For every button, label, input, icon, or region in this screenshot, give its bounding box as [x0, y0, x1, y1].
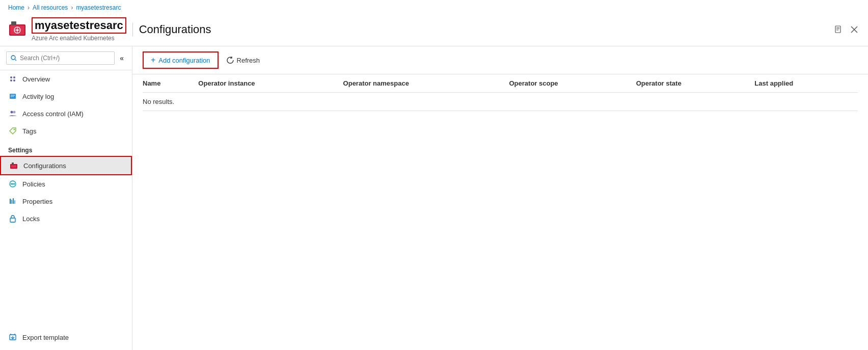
sidebar-item-overview[interactable]: Overview	[0, 70, 132, 88]
sidebar-item-overview-label: Overview	[22, 75, 50, 83]
resource-name: myasetestresarc	[35, 19, 123, 32]
sidebar-item-export-template-label: Export template	[22, 334, 69, 341]
col-last-applied: Last applied	[754, 74, 858, 93]
svg-point-17	[10, 79, 12, 82]
content-panel: + Add configuration Refresh Name Operato…	[132, 46, 868, 350]
col-operator-instance: Operator instance	[198, 74, 343, 93]
toolbar: + Add configuration Refresh	[132, 46, 868, 74]
add-configuration-label: Add configuration	[158, 57, 210, 64]
header-text: myasetestresarc Azure Arc enabled Kubern…	[32, 17, 126, 42]
svg-point-32	[14, 183, 15, 185]
properties-icon	[8, 197, 17, 206]
sidebar-item-export-template[interactable]: Export template	[0, 329, 132, 346]
sidebar-item-locks[interactable]: Locks	[0, 210, 132, 227]
access-control-icon	[8, 109, 17, 118]
configurations-table: Name Operator instance Operator namespac…	[143, 74, 858, 111]
add-icon: +	[151, 56, 155, 65]
search-input[interactable]	[20, 55, 110, 62]
sidebar-item-tags-label: Tags	[22, 127, 36, 135]
sidebar-item-properties-label: Properties	[22, 198, 52, 205]
search-area: «	[0, 46, 132, 70]
header-actions	[832, 23, 860, 36]
no-results-text: No results.	[143, 93, 858, 111]
search-input-wrapper[interactable]	[6, 51, 115, 65]
resource-name-box: myasetestresarc	[32, 17, 126, 34]
locks-icon	[8, 214, 17, 223]
table-body: No results.	[143, 93, 858, 111]
export-template-icon	[8, 333, 17, 342]
svg-point-18	[13, 79, 15, 82]
sidebar-item-policies-label: Policies	[22, 180, 45, 188]
add-configuration-button[interactable]: + Add configuration	[143, 51, 219, 69]
breadcrumb-home[interactable]: Home	[8, 4, 24, 11]
breadcrumb-resource[interactable]: myasetestresarc	[76, 4, 121, 11]
svg-rect-2	[11, 21, 16, 25]
svg-rect-7	[835, 26, 840, 33]
sidebar-item-activity-log[interactable]: Activity log	[0, 88, 132, 105]
sidebar-item-locks-label: Locks	[22, 215, 40, 223]
close-icon	[851, 26, 858, 33]
svg-rect-33	[10, 199, 11, 204]
document-icon-button[interactable]	[832, 23, 845, 36]
overview-icon	[8, 74, 17, 84]
activity-log-icon	[8, 92, 17, 101]
document-icon	[834, 25, 843, 34]
svg-marker-24	[10, 128, 16, 134]
breadcrumb-all-resources[interactable]: All resources	[33, 4, 68, 11]
refresh-label: Refresh	[237, 57, 260, 64]
svg-rect-28	[12, 163, 14, 165]
collapse-sidebar-button[interactable]: «	[118, 53, 126, 63]
svg-point-31	[12, 183, 14, 185]
tags-icon	[8, 126, 17, 136]
svg-rect-35	[13, 198, 14, 204]
svg-line-14	[15, 60, 17, 61]
arc-kubernetes-icon	[8, 20, 26, 39]
sidebar-item-access-control-label: Access control (IAM)	[22, 110, 84, 118]
table-container: Name Operator instance Operator namespac…	[132, 74, 868, 350]
sidebar-item-configurations-label: Configurations	[23, 162, 66, 170]
col-name: Name	[143, 74, 198, 93]
resource-type: Azure Arc enabled Kubernetes	[32, 35, 126, 42]
table-header: Name Operator instance Operator namespac…	[143, 74, 858, 93]
sidebar-item-configurations[interactable]: Configurations	[0, 156, 132, 175]
col-operator-namespace: Operator namespace	[343, 74, 509, 93]
policies-icon	[8, 179, 17, 189]
svg-point-16	[13, 76, 15, 78]
settings-section-label: Settings	[0, 140, 132, 156]
svg-point-15	[10, 76, 12, 78]
svg-point-13	[11, 56, 15, 60]
configurations-icon	[9, 161, 18, 170]
svg-point-25	[14, 129, 15, 130]
page-title: Configurations	[132, 23, 211, 36]
svg-point-30	[11, 183, 12, 185]
col-operator-state: Operator state	[636, 74, 755, 93]
sidebar-item-properties[interactable]: Properties	[0, 193, 132, 210]
sidebar-item-tags[interactable]: Tags	[0, 122, 132, 140]
svg-point-23	[13, 111, 16, 114]
page-header: myasetestresarc Azure Arc enabled Kubern…	[0, 15, 868, 46]
sidebar-item-activity-log-label: Activity log	[22, 93, 54, 100]
breadcrumb: Home › All resources › myasetestresarc	[0, 0, 868, 15]
svg-rect-27	[11, 165, 16, 168]
search-icon	[11, 55, 17, 61]
no-results-row: No results.	[143, 93, 858, 111]
refresh-icon	[227, 57, 234, 64]
main-content: « Overview Activity	[0, 46, 868, 350]
sidebar-item-policies[interactable]: Policies	[0, 175, 132, 193]
close-button[interactable]	[849, 24, 860, 35]
svg-rect-34	[11, 200, 12, 204]
svg-rect-37	[10, 218, 15, 222]
col-operator-scope: Operator scope	[509, 74, 636, 93]
sidebar: « Overview Activity	[0, 46, 132, 350]
svg-point-22	[11, 111, 13, 114]
svg-rect-36	[14, 200, 15, 204]
resource-icon	[8, 20, 26, 39]
sidebar-item-access-control[interactable]: Access control (IAM)	[0, 105, 132, 122]
refresh-button[interactable]: Refresh	[222, 53, 265, 67]
